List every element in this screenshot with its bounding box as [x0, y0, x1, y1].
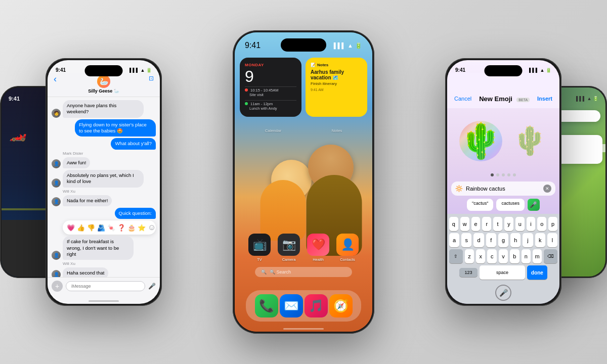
- key-v[interactable]: v: [499, 249, 508, 263]
- maps-icons: ▌▌▌ ▲ 🔋: [576, 96, 598, 101]
- emoji-time: 9:41: [455, 67, 465, 73]
- emoji-star[interactable]: ⭐: [138, 224, 146, 232]
- home-screen: 9:41 ▌▌▌ ▲ 🔋 MONDAY 9 10:: [235, 32, 372, 332]
- imessage-input[interactable]: [66, 281, 145, 291]
- calendar-widget[interactable]: MONDAY 9 10:15 - 10:45AM Site visit 11am…: [240, 58, 301, 117]
- key-h[interactable]: h: [510, 233, 521, 247]
- video-call-button[interactable]: ⊡: [149, 75, 154, 82]
- home-search-bar[interactable]: 🔍 🔍 Search: [255, 267, 352, 277]
- emoji-question[interactable]: ❓: [117, 224, 125, 232]
- sender-will: Will Xu: [63, 189, 156, 194]
- emoji-heart[interactable]: 💗: [67, 224, 75, 232]
- home-widgets: MONDAY 9 10:15 - 10:45AM Site visit 11am…: [240, 58, 367, 117]
- key-d[interactable]: d: [473, 233, 484, 247]
- app-contacts-container[interactable]: 👤 Contacts: [336, 234, 359, 262]
- rainbow-overlay: [459, 121, 502, 161]
- key-q[interactable]: q: [449, 217, 458, 231]
- key-l[interactable]: l: [547, 233, 557, 247]
- app-tv[interactable]: 📺: [248, 234, 271, 256]
- emoji-search-input[interactable]: [466, 186, 540, 192]
- key-u[interactable]: u: [515, 217, 525, 231]
- suggestion-mic-button[interactable]: 🎤: [528, 199, 540, 211]
- emoji-bottom-bar: 🎤: [447, 282, 559, 304]
- app-contacts[interactable]: 👤: [336, 234, 359, 256]
- key-z[interactable]: z: [465, 249, 474, 263]
- emoji-thumbsdown[interactable]: 👎: [87, 224, 95, 232]
- notes-note-content: Finish itinerary: [311, 81, 362, 86]
- msg-avatar-8: 👤: [52, 270, 61, 277]
- wifi-icon: ▲: [348, 42, 353, 49]
- contact-name: Silly Geese 🦢: [53, 88, 155, 94]
- app-camera-container[interactable]: 📷 Camera: [278, 234, 300, 262]
- home-bar-messages: [89, 300, 119, 302]
- app-tv-container[interactable]: 📺 TV: [248, 234, 271, 262]
- key-o[interactable]: o: [537, 217, 546, 231]
- emoji-cancel-button[interactable]: Cancel: [454, 96, 471, 102]
- suggestion-cactuses[interactable]: cactuses: [496, 199, 525, 211]
- emoji-insert-button[interactable]: Insert: [537, 96, 552, 102]
- key-r[interactable]: r: [482, 217, 491, 231]
- mic-button[interactable]: 🎤: [148, 283, 156, 290]
- msg-row-8: 👤 Haha second that: [52, 267, 156, 277]
- msg-bubble-2: Flying down to my sister's place to see …: [75, 119, 156, 137]
- emoji-reaction-bar: 💗 👍 👎 🫂 🍬 ❓ 🎂 ⭐ ☺: [63, 220, 156, 235]
- key-space[interactable]: space: [480, 265, 525, 280]
- dot-5: [513, 173, 516, 176]
- msg-avatar-6: 👤: [52, 197, 61, 206]
- key-g[interactable]: g: [498, 233, 508, 247]
- emoji-mic-bottom[interactable]: 🎤: [495, 285, 511, 301]
- msg-bubble-7: If cake for breakfast is wrong, I don't …: [63, 236, 134, 260]
- emoji-cake[interactable]: 🎂: [127, 224, 136, 232]
- add-attachment-button[interactable]: +: [52, 281, 63, 292]
- messages-dynamic-island: [85, 65, 123, 76]
- emoji-clear-button[interactable]: ✕: [543, 185, 551, 193]
- dock-mail[interactable]: ✉️: [280, 294, 303, 317]
- key-s[interactable]: s: [461, 233, 471, 247]
- key-i[interactable]: i: [527, 217, 536, 231]
- dock-music[interactable]: 🎵: [305, 294, 328, 317]
- app-health[interactable]: ❤️: [307, 234, 329, 256]
- key-e[interactable]: e: [471, 217, 481, 231]
- home-screen-wrapper: 9:41 ▌▌▌ ▲ 🔋 MONDAY 9 10:: [235, 32, 372, 332]
- key-x[interactable]: x: [476, 249, 485, 263]
- key-m[interactable]: m: [533, 249, 542, 263]
- key-y[interactable]: y: [504, 217, 513, 231]
- key-j[interactable]: j: [523, 233, 533, 247]
- dock-compass[interactable]: 🧭: [329, 294, 353, 317]
- emoji-hug[interactable]: 🫂: [97, 224, 105, 232]
- signal-icon: ▌▌▌: [334, 42, 345, 49]
- app-camera[interactable]: 📷: [278, 234, 300, 256]
- key-a[interactable]: a: [449, 233, 459, 247]
- back-button[interactable]: ‹: [54, 74, 57, 84]
- key-c[interactable]: c: [487, 249, 496, 263]
- key-backspace[interactable]: ⌫: [544, 249, 557, 263]
- suggestion-cactus-quoted[interactable]: "cactus": [467, 199, 493, 211]
- key-done[interactable]: done: [527, 265, 547, 280]
- notes-note-title: Aarhus family vacation 🗺️: [311, 69, 362, 80]
- key-k[interactable]: k: [535, 233, 545, 247]
- regular-cactus-emoji[interactable]: 🌵: [512, 124, 547, 157]
- key-f[interactable]: f: [486, 233, 496, 247]
- key-shift[interactable]: ⇧: [449, 249, 463, 263]
- msg-row-quick: Quick question:: [52, 208, 156, 219]
- messages-input-bar: + 🎤: [48, 277, 160, 295]
- emoji-thumbsup[interactable]: 👍: [77, 224, 85, 232]
- key-b[interactable]: b: [510, 249, 519, 263]
- emoji-status-icons: ▌▌▌ ▲ 🔋: [529, 68, 551, 73]
- notes-widget[interactable]: 📝 Notes Aarhus family vacation 🗺️ Finish…: [306, 58, 367, 117]
- dock-phone[interactable]: 📞: [255, 294, 278, 317]
- home-dock: 📞 ✉️ 🎵 🧭: [246, 290, 361, 322]
- key-w[interactable]: w: [460, 217, 469, 231]
- sender-mark: Mark Disler: [63, 151, 156, 156]
- rainbow-cactus-emoji[interactable]: 🌵: [459, 121, 502, 161]
- battery-icon: 🔋: [355, 42, 362, 49]
- key-n[interactable]: n: [522, 249, 531, 263]
- widget-labels: Calendar Notes: [240, 128, 367, 133]
- key-p[interactable]: p: [548, 217, 557, 231]
- key-t[interactable]: t: [493, 217, 502, 231]
- notes-widget-header: 📝 Notes: [311, 63, 362, 67]
- emoji-candy[interactable]: 🍬: [107, 224, 115, 232]
- app-health-container[interactable]: ❤️ Health: [307, 234, 329, 262]
- emoji-more[interactable]: ☺: [148, 223, 156, 232]
- key-123[interactable]: 123: [459, 268, 478, 277]
